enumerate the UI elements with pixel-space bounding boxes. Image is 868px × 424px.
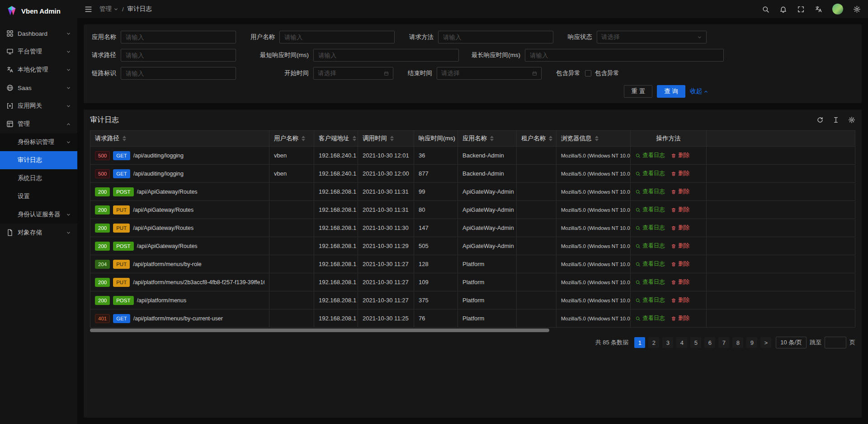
response-status-select[interactable]: 请选择 [597,31,707,43]
page-number-button[interactable]: 4 [676,337,687,348]
magnifier-icon [635,243,641,249]
user-name-cell [269,255,314,273]
breadcrumb-parent[interactable]: 管理 [99,5,118,13]
column-header-client-address[interactable]: 客户端地址 [314,131,358,147]
delete-button[interactable]: 删除 [671,296,689,304]
sidebar-item-system-log[interactable]: 系统日志 [0,169,77,187]
app-name-cell: Backend-Admin [458,165,517,183]
app-name-cell: Platform [458,255,517,273]
column-height-icon[interactable] [832,116,840,124]
page-number-button[interactable]: 2 [648,337,659,348]
view-log-button[interactable]: 查看日志 [635,206,665,214]
sidebar-item-management[interactable]: 管理 [0,115,77,133]
delete-button[interactable]: 删除 [671,152,689,159]
sidebar-item-identity-management[interactable]: 身份标识管理 [0,133,77,151]
sort-icons[interactable] [123,136,126,141]
method-badge: PUT [113,260,130,269]
view-log-button[interactable]: 查看日志 [635,242,665,250]
delete-button[interactable]: 删除 [671,188,689,195]
start-time-picker[interactable]: 请选择 [313,67,393,80]
column-header-tenant-name[interactable]: 租户名称 [517,131,557,147]
page-number-button[interactable]: 5 [690,337,701,348]
logo[interactable]: Vben Admin [0,0,77,22]
sidebar-item-audit-log[interactable]: 审计日志 [0,151,77,169]
column-header-call-time[interactable]: 调用时间 [358,131,414,147]
column-header-browser-info[interactable]: 浏览器信息 [557,131,631,147]
sidebar-item-localization[interactable]: 本地化管理 [0,61,77,79]
page-number-button[interactable]: 9 [746,337,757,348]
sidebar-item-gateway[interactable]: 应用网关 [0,97,77,115]
sidebar-item-auth-server[interactable]: 身份认证服务器 [0,205,77,224]
sort-icons[interactable] [549,136,552,141]
request-method-input[interactable] [438,31,553,43]
sidebar-item-settings[interactable]: 设置 [0,187,77,205]
fullscreen-icon[interactable] [797,5,805,13]
delete-button[interactable]: 删除 [671,314,689,322]
table-settings-gear-icon[interactable] [848,116,855,124]
page-number-button[interactable]: 8 [732,337,743,348]
view-log-button[interactable]: 查看日志 [635,170,665,177]
magnifier-icon [635,189,641,195]
notification-bell-icon[interactable] [779,5,787,13]
table-header-row: 请求路径 用户名称 客户端地址 调用时间 [90,131,855,147]
translate-icon[interactable] [815,5,822,13]
sidebar-item-platform[interactable]: 平台管理 [0,43,77,61]
chevron-up-icon [703,89,708,94]
refresh-icon[interactable] [816,116,824,124]
view-log-button[interactable]: 查看日志 [635,152,665,159]
column-header-app-name[interactable]: 应用名称 [458,131,517,147]
page-size-select[interactable]: 10 条/页 [776,337,807,348]
sidebar-item-saas[interactable]: Saas [0,79,77,97]
page-number-button[interactable]: 7 [718,337,729,348]
magnifier-icon [635,280,641,285]
page-number-button[interactable]: 1 [634,337,645,348]
delete-label: 删除 [678,188,689,195]
trace-id-input[interactable] [121,67,236,80]
sidebar-item-object-storage[interactable]: 对象存储 [0,224,77,242]
sort-icons[interactable] [490,136,494,141]
scrollbar-thumb[interactable] [90,329,549,332]
page-number-button[interactable]: 3 [662,337,673,348]
sort-icons[interactable] [302,136,305,141]
reset-button[interactable]: 重 置 [624,85,652,98]
sidebar-fold-icon[interactable] [85,5,92,13]
query-button[interactable]: 查 询 [657,85,685,98]
app-name-input[interactable] [121,31,236,43]
user-name-cell [269,310,314,328]
user-name-input[interactable] [279,31,395,43]
page-number-button[interactable]: 6 [704,337,715,348]
table-row: 200 PUT /api/ApiGateway/Routes 192.168.2… [90,201,855,219]
next-page-button[interactable]: > [760,337,771,348]
delete-button[interactable]: 删除 [671,224,689,232]
delete-button[interactable]: 删除 [671,206,689,214]
view-log-button[interactable]: 查看日志 [635,278,665,286]
field-app-name: 应用名称 [90,31,236,43]
search-icon[interactable] [762,5,769,13]
delete-button[interactable]: 删除 [671,260,689,268]
delete-button[interactable]: 删除 [671,170,689,177]
column-header-user-name[interactable]: 用户名称 [269,131,314,147]
sidebar-item-dashboard[interactable]: Dashboard [0,24,77,43]
request-path-input[interactable] [121,49,236,62]
view-log-button[interactable]: 查看日志 [635,314,665,322]
sort-icons[interactable] [390,136,394,141]
has-exception-checkbox[interactable] [585,70,591,76]
collapse-form-link[interactable]: 收起 [690,87,708,95]
sort-icons[interactable] [353,136,356,141]
row-filler [707,291,855,310]
view-log-button[interactable]: 查看日志 [635,224,665,232]
min-response-time-input[interactable] [313,49,459,62]
jump-page-input[interactable] [825,337,846,348]
gear-icon[interactable] [853,5,861,13]
end-time-picker[interactable]: 请选择 [437,67,542,80]
max-response-time-input[interactable] [525,49,724,62]
avatar[interactable] [832,4,843,14]
view-log-button[interactable]: 查看日志 [635,260,665,268]
sort-icons[interactable] [595,136,599,141]
column-header-request-path[interactable]: 请求路径 [90,131,269,147]
column-header-response-time[interactable]: 响应时间(ms) [414,131,458,147]
delete-button[interactable]: 删除 [671,278,689,286]
view-log-button[interactable]: 查看日志 [635,188,665,195]
delete-button[interactable]: 删除 [671,242,689,250]
view-log-button[interactable]: 查看日志 [635,296,665,304]
